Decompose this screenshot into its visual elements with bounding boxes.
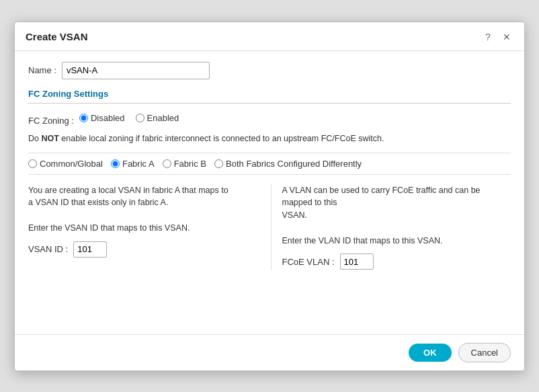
info-columns: You are creating a local VSAN in fabric …: [28, 184, 511, 270]
enabled-radio-label[interactable]: Enabled: [136, 113, 179, 123]
fc-zoning-section-label: FC Zoning Settings: [28, 89, 511, 99]
help-button[interactable]: ?: [481, 30, 495, 44]
disabled-radio-label[interactable]: Disabled: [79, 113, 125, 123]
common-global-label[interactable]: Common/Global: [28, 159, 103, 169]
fabric-a-radio[interactable]: [111, 159, 120, 168]
fc-zoning-label: FC Zoning :: [28, 116, 74, 126]
col-left: You are creating a local VSAN in fabric …: [28, 184, 257, 270]
fcoe-vlan-label: FCoE VLAN :: [282, 256, 335, 269]
vsan-id-label: VSAN ID :: [28, 243, 68, 256]
close-button[interactable]: ✕: [500, 30, 513, 44]
fabric-b-label[interactable]: Fabric B: [163, 159, 206, 169]
fcoe-vlan-input[interactable]: [340, 253, 374, 270]
fabric-b-text: Fabric B: [174, 159, 206, 169]
both-fabrics-radio[interactable]: [214, 159, 223, 168]
dialog-body: Name : FC Zoning Settings FC Zoning : Di…: [15, 51, 524, 334]
cancel-button[interactable]: Cancel: [458, 343, 511, 362]
vsan-id-input[interactable]: [73, 241, 107, 258]
fabric-a-label[interactable]: Fabric A: [111, 159, 155, 169]
fabric-options-row: Common/Global Fabric A Fabric B Both Fab…: [28, 153, 511, 175]
col1-vsan-desc: Enter the VSAN ID that maps to this VSAN…: [28, 222, 257, 235]
disabled-label: Disabled: [91, 113, 125, 123]
col-right: A VLAN can be used to carry FCoE traffic…: [271, 184, 511, 270]
name-field-row: Name :: [28, 62, 511, 79]
dialog-header: Create VSAN ? ✕: [15, 22, 524, 51]
ok-button[interactable]: OK: [409, 344, 452, 362]
warning-text: Do NOT enable local zoning if fabric int…: [28, 134, 511, 143]
col2-vlan-desc: Enter the VLAN ID that maps to this VSAN…: [282, 235, 511, 247]
col1-line1: You are creating a local VSAN in fabric …: [28, 184, 257, 210]
name-input[interactable]: [62, 62, 210, 79]
common-global-radio[interactable]: [28, 159, 37, 168]
vsan-id-row: VSAN ID :: [28, 241, 257, 258]
header-icons: ? ✕: [481, 30, 513, 44]
col2-line1: A VLAN can be used to carry FCoE traffic…: [282, 184, 511, 222]
not-bold: NOT: [41, 134, 58, 143]
enabled-radio[interactable]: [136, 114, 144, 122]
fc-zoning-radio-group: Disabled Enabled: [79, 113, 179, 123]
fabric-a-text: Fabric A: [122, 159, 155, 169]
section-divider: [28, 103, 511, 104]
both-fabrics-text: Both Fabrics Configured Differently: [226, 159, 362, 169]
dialog-title: Create VSAN: [26, 31, 88, 42]
common-global-text: Common/Global: [40, 159, 103, 169]
disabled-radio[interactable]: [79, 114, 88, 122]
dialog-footer: OK Cancel: [15, 334, 524, 370]
fcoe-vlan-row: FCoE VLAN :: [282, 253, 511, 270]
name-label: Name :: [28, 65, 56, 75]
fc-zoning-row: FC Zoning : Disabled Enabled: [28, 113, 511, 128]
create-vsan-dialog: Create VSAN ? ✕ Name : FC Zoning Setting…: [14, 22, 525, 371]
both-fabrics-label[interactable]: Both Fabrics Configured Differently: [214, 159, 362, 169]
warning-rest: enable local zoning if fabric interconne…: [61, 134, 384, 143]
enabled-label: Enabled: [147, 113, 179, 123]
fabric-b-radio[interactable]: [163, 159, 171, 168]
